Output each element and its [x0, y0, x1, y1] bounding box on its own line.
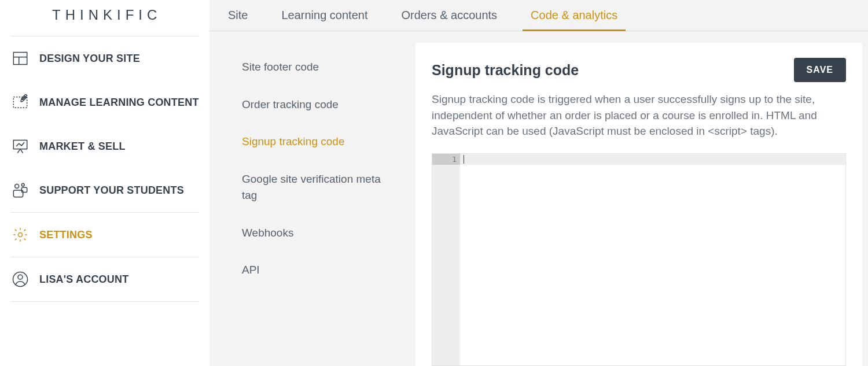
subnav-google-verification[interactable]: Google site verification meta tag: [242, 161, 383, 215]
sidebar-item-support[interactable]: SUPPORT YOUR STUDENTS: [10, 168, 199, 212]
svg-point-11: [19, 233, 23, 237]
sidebar-item-label: MARKET & SELL: [39, 141, 126, 153]
tab-code-analytics[interactable]: Code & analytics: [531, 0, 617, 31]
students-icon: [12, 182, 29, 199]
edit-icon: [12, 94, 29, 111]
tab-learning-content[interactable]: Learning content: [281, 0, 367, 31]
presentation-icon: [12, 138, 29, 155]
tab-label: Code & analytics: [531, 9, 617, 22]
code-editor[interactable]: 1: [432, 153, 846, 366]
tab-label: Orders & accounts: [401, 9, 497, 22]
svg-rect-10: [21, 187, 27, 192]
panel-header: Signup tracking code SAVE: [432, 58, 846, 82]
subnav-label: Site footer code: [242, 61, 319, 73]
sidebar-item-account[interactable]: LISA'S ACCOUNT: [10, 257, 199, 301]
logo: THINKIFIC: [10, 0, 199, 36]
tab-orders-accounts[interactable]: Orders & accounts: [401, 0, 497, 31]
content-row: Site footer code Order tracking code Sig…: [209, 31, 868, 366]
editor-gutter: 1: [432, 154, 460, 365]
subnav-site-footer-code[interactable]: Site footer code: [242, 49, 383, 86]
layout-icon: [12, 50, 29, 67]
tab-site[interactable]: Site: [228, 0, 248, 31]
save-button[interactable]: SAVE: [794, 58, 846, 82]
subnav-label: Google site verification meta tag: [242, 173, 381, 202]
subnav-signup-tracking-code[interactable]: Signup tracking code: [242, 123, 383, 161]
subnav-label: API: [242, 264, 260, 276]
panel-signup-tracking: Signup tracking code SAVE Signup trackin…: [415, 43, 862, 366]
sidebar-item-learning[interactable]: MANAGE LEARNING CONTENT: [10, 80, 199, 124]
svg-rect-0: [13, 53, 27, 65]
svg-point-13: [18, 275, 23, 279]
subnav-order-tracking-code[interactable]: Order tracking code: [242, 86, 383, 124]
tab-label: Learning content: [281, 9, 367, 22]
sidebar-item-label: MANAGE LEARNING CONTENT: [39, 97, 199, 109]
sidebar-item-market[interactable]: MARKET & SELL: [10, 124, 199, 168]
panel-title: Signup tracking code: [432, 62, 579, 79]
sidebar-item-design[interactable]: DESIGN YOUR SITE: [10, 36, 199, 80]
main-content: Site Learning content Orders & accounts …: [209, 0, 868, 366]
gear-icon: [12, 226, 29, 243]
subnav-webhooks[interactable]: Webhooks: [242, 215, 383, 252]
user-icon: [12, 271, 29, 288]
sidebar-item-label: SUPPORT YOUR STUDENTS: [39, 184, 184, 197]
panel-description: Signup tracking code is triggered when a…: [432, 91, 825, 139]
subnav-label: Webhooks: [242, 227, 293, 239]
svg-point-8: [21, 183, 24, 186]
svg-line-5: [17, 149, 20, 153]
sidebar-item-label: DESIGN YOUR SITE: [39, 53, 140, 65]
svg-point-7: [15, 184, 19, 188]
line-number: 1: [432, 154, 460, 165]
settings-tabs: Site Learning content Orders & accounts …: [209, 0, 868, 31]
sub-nav: Site footer code Order tracking code Sig…: [209, 31, 415, 366]
subnav-api[interactable]: API: [242, 252, 383, 289]
sidebar-item-settings[interactable]: SETTINGS: [10, 213, 199, 257]
divider: [10, 301, 199, 302]
tab-label: Site: [228, 9, 248, 22]
subnav-label: Order tracking code: [242, 98, 339, 110]
active-line: [460, 154, 845, 165]
main-sidebar: THINKIFIC DESIGN YOUR SITE MANAGE LEARNI…: [0, 0, 209, 366]
cursor: [464, 155, 464, 164]
sidebar-item-label: LISA'S ACCOUNT: [39, 273, 128, 286]
subnav-label: Signup tracking code: [242, 135, 344, 147]
sidebar-item-label: SETTINGS: [39, 229, 93, 241]
svg-line-6: [20, 149, 23, 153]
editor-body[interactable]: [460, 154, 845, 365]
